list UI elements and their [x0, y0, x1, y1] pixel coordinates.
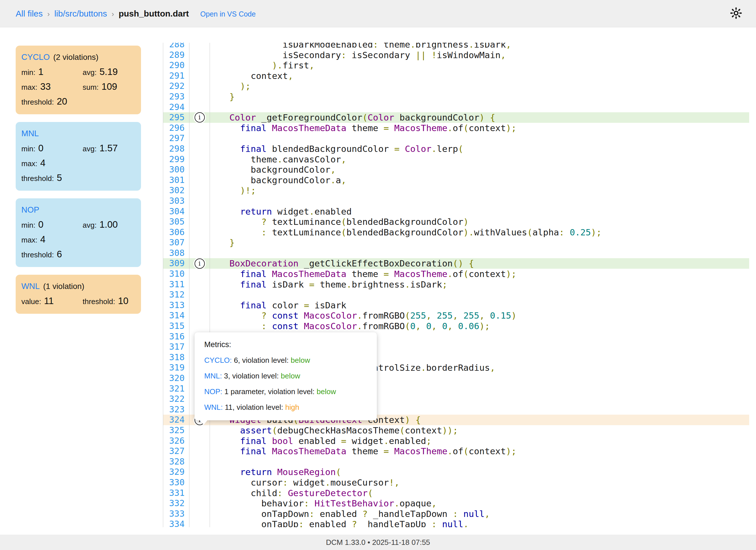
metric-card-title-link[interactable]: MNL: [21, 129, 39, 138]
metric-stat-row: max:33sum:109: [21, 81, 135, 92]
gutter: [189, 133, 210, 144]
tooltip-metric-name: NOP:: [204, 387, 222, 396]
gutter: [189, 425, 210, 436]
line-number: 289: [163, 50, 189, 60]
line-number: 304: [163, 206, 189, 217]
metric-stat-label: max:: [21, 236, 37, 244]
metric-stat: avg:1.00: [83, 219, 135, 230]
metric-stat-label: threshold:: [83, 297, 115, 306]
metric-card-title-link[interactable]: NOP: [21, 205, 39, 214]
code-line: 300 backgroundColor,: [163, 164, 749, 175]
tooltip-violation-level: below: [317, 387, 336, 396]
code-text: cursor: widget.mouseCursor!,: [210, 477, 749, 488]
line-number: 302: [163, 185, 189, 196]
line-number: 303: [163, 196, 189, 206]
metric-card-title-link[interactable]: WNL: [21, 282, 40, 291]
gutter: [189, 237, 210, 248]
code-text: final isDark = theme.brightness.isDark;: [210, 279, 749, 290]
line-number: 325: [163, 425, 189, 436]
breadcrumb-folder[interactable]: lib/src/buttons: [54, 9, 107, 19]
gutter: [189, 60, 210, 71]
code-text: isDarkModeEnabled: theme.brightness.isDa…: [210, 43, 749, 50]
metric-stat-label: avg:: [83, 221, 97, 230]
code-text: backgroundColor,: [210, 164, 749, 175]
metric-stat-value: 5: [57, 172, 62, 183]
info-icon[interactable]: i: [195, 112, 205, 122]
code-text: assert(debugCheckHasMacosTheme(context))…: [210, 425, 749, 436]
line-number: 332: [163, 498, 189, 509]
code-line: 299 theme.canvasColor,: [163, 154, 749, 165]
metric-stat-row: threshold:6: [21, 249, 135, 259]
code-line: 303: [163, 196, 749, 206]
code-line: 307 }: [163, 237, 749, 248]
code-line: 314 ? const MacosColor.fromRGBO(255, 255…: [163, 310, 749, 321]
code-scroll-area[interactable]: 288 isDarkModeEnabled: theme.brightness.…: [163, 43, 749, 527]
line-number: 296: [163, 123, 189, 133]
metric-stat-label: sum:: [83, 83, 99, 92]
code-line: 315 : const MacosColor.fromRGBO(0, 0, 0,…: [163, 321, 749, 332]
metric-stat-value: 0: [38, 219, 43, 230]
metric-stat-row: max:4: [21, 157, 135, 168]
open-in-vscode-link[interactable]: Open in VS Code: [200, 10, 256, 18]
code-line: 294: [163, 102, 749, 112]
code-text: isSecondary: isSecondary || !isWindowMai…: [210, 50, 749, 60]
line-number: 334: [163, 519, 189, 527]
code-line: 295i Color _getForegroundColor(Color bac…: [163, 112, 749, 123]
metric-stat-row: value:11threshold:10: [21, 296, 135, 306]
metric-stat: max:4: [21, 234, 83, 245]
breadcrumb-all-files[interactable]: All files: [16, 9, 43, 19]
code-line: 292 );: [163, 81, 749, 91]
gutter: [189, 446, 210, 457]
code-line: 288 isDarkModeEnabled: theme.brightness.…: [163, 43, 749, 50]
theme-toggle-button[interactable]: [729, 6, 743, 21]
metric-card-wnl: WNL(1 violation)value:11threshold:10: [16, 275, 141, 314]
line-number: 292: [163, 81, 189, 91]
code-text: return widget.enabled: [210, 206, 749, 217]
gutter: [189, 310, 210, 321]
metric-stat: threshold:20: [21, 96, 83, 107]
metric-card-title-link[interactable]: CYCLO: [21, 52, 50, 62]
code-text: onTapDown: enabled ? _handleTapDown : nu…: [210, 509, 749, 519]
metric-card-title-row: NOP: [21, 205, 135, 214]
tooltip-metric-name: CYCLO:: [204, 356, 232, 365]
code-line: 327 final MacosThemeData theme = MacosTh…: [163, 446, 749, 457]
line-number: 305: [163, 216, 189, 227]
line-number: 314: [163, 310, 189, 321]
code-line: 305 ? textLuminance(blendedBackgroundCol…: [163, 216, 749, 227]
metric-stat-value: 33: [40, 81, 51, 92]
code-line: 331 child: GestureDetector(: [163, 488, 749, 498]
metric-card-mnl: MNLmin:0avg:1.57max:4threshold:5: [16, 122, 141, 191]
code-line: 325 assert(debugCheckHasMacosTheme(conte…: [163, 425, 749, 436]
gutter: [189, 248, 210, 258]
line-number: 288: [163, 43, 189, 50]
code-text: backgroundColor.a,: [210, 175, 749, 185]
code-line: 289 isSecondary: isSecondary || !isWindo…: [163, 50, 749, 60]
line-number: 297: [163, 133, 189, 144]
metric-stat-row: min:0avg:1.00: [21, 219, 135, 230]
gutter: [189, 91, 210, 102]
code-line: 332 behavior: HitTestBehavior.opaque,: [163, 498, 749, 509]
code-text: [210, 248, 749, 258]
tooltip-metric-text: 6, violation level:: [232, 356, 291, 365]
line-number: 309: [163, 258, 189, 269]
metrics-tooltip: Metrics: CYCLO: 6, violation level: belo…: [195, 332, 377, 420]
breadcrumb-current-file: push_button.dart: [118, 9, 189, 19]
metric-card-nop: NOPmin:0avg:1.00max:4threshold:6: [16, 198, 141, 267]
gutter: [189, 102, 210, 112]
code-line: 309i BoxDecoration _getClickEffectBoxDec…: [163, 258, 749, 269]
code-line: 329 return MouseRegion(: [163, 467, 749, 477]
gutter: [189, 436, 210, 446]
tooltip-metric-row: NOP: 1 parameter, violation level: below: [204, 387, 367, 396]
metric-stat-label: min:: [21, 144, 35, 153]
info-icon[interactable]: i: [195, 258, 205, 269]
line-number: 322: [163, 394, 189, 404]
gutter: [189, 185, 210, 196]
code-text: final bool enabled = widget.enabled;: [210, 436, 749, 446]
code-text: ? const MacosColor.fromRGBO(255, 255, 25…: [210, 310, 749, 321]
code-text: [210, 290, 749, 300]
gutter: [189, 164, 210, 175]
line-number: 331: [163, 488, 189, 498]
code-text: final color = isDark: [210, 300, 749, 311]
gutter: [189, 269, 210, 279]
code-text: }: [210, 91, 749, 102]
